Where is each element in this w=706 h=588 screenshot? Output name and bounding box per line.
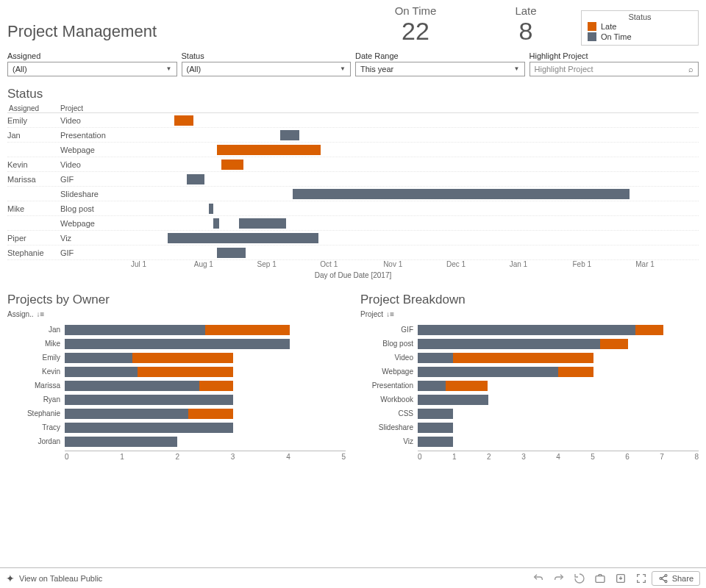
bar-segment[interactable] — [199, 381, 233, 391]
bar-segment[interactable] — [635, 325, 663, 335]
share-button[interactable]: Share — [652, 571, 700, 586]
gantt-bar[interactable] — [187, 174, 204, 184]
gantt-bar[interactable] — [217, 248, 245, 258]
bar-row[interactable]: Video — [360, 351, 699, 365]
gantt-row[interactable]: MarissaGIF — [7, 172, 699, 187]
bar-row[interactable]: Kevin — [7, 365, 346, 379]
bar-segment[interactable] — [418, 423, 453, 433]
bar-segment[interactable] — [65, 367, 138, 377]
download-button[interactable] — [615, 573, 627, 584]
fullscreen-button[interactable] — [635, 573, 647, 584]
bar-segment[interactable] — [418, 381, 446, 391]
bar-row[interactable]: Viz — [360, 434, 699, 448]
bar-segment[interactable] — [418, 325, 635, 335]
bar-segment[interactable] — [132, 353, 234, 363]
bar-segment[interactable] — [65, 409, 188, 419]
gantt-row[interactable]: Slideshare — [7, 187, 699, 201]
gantt-row[interactable]: Webpage — [7, 216, 699, 231]
bar-label: Viz — [360, 437, 418, 445]
bar-label: Blog post — [360, 340, 418, 348]
gantt-bar[interactable] — [174, 115, 193, 126]
filter-highlight[interactable]: Highlight Project⌕ — [530, 62, 699, 76]
gantt-bar-area — [131, 201, 699, 215]
filter-assigned[interactable]: (All)▼ — [7, 62, 177, 76]
bar-row[interactable]: Presentation — [360, 379, 699, 392]
gantt-row[interactable]: JanPresentation — [7, 128, 699, 143]
bar-track — [418, 367, 699, 377]
filter-date[interactable]: This year▼ — [355, 62, 525, 76]
kpi-late-value: 8 — [471, 17, 581, 46]
redo-button[interactable] — [553, 573, 565, 584]
bar-track — [65, 381, 346, 391]
bar-row[interactable]: GIF — [360, 323, 699, 337]
legend[interactable]: Status Late On Time — [581, 10, 699, 46]
gantt-project: Presentation — [60, 131, 131, 140]
filter-assigned-label: Assigned — [7, 51, 177, 60]
bar-segment[interactable] — [65, 437, 177, 447]
bar-segment[interactable] — [65, 423, 233, 433]
gantt-bar[interactable] — [221, 159, 243, 170]
bar-segment[interactable] — [418, 367, 558, 377]
legend-item-ontime[interactable]: On Time — [582, 32, 698, 42]
undo-button[interactable] — [532, 573, 544, 584]
bar-segment[interactable] — [65, 353, 132, 363]
gantt-tick: Mar 1 — [635, 260, 699, 268]
bar-row[interactable]: Emily — [7, 351, 346, 365]
gantt-row[interactable]: EmilyVideo — [7, 113, 699, 128]
bar-segment[interactable] — [138, 367, 233, 377]
bar-segment[interactable] — [65, 339, 290, 349]
bar-row[interactable]: Mike — [7, 337, 346, 351]
legend-item-late[interactable]: Late — [582, 21, 698, 32]
gantt-bar[interactable] — [280, 130, 299, 140]
gantt-row[interactable]: MikeBlog post — [7, 201, 699, 216]
bar-segment[interactable] — [418, 395, 488, 405]
bar-segment[interactable] — [418, 437, 453, 447]
project-breakdown[interactable]: Project Breakdown Project↓≡ GIFBlog post… — [360, 290, 699, 461]
bar-segment[interactable] — [446, 381, 488, 391]
bar-segment[interactable] — [600, 339, 628, 349]
bar-segment[interactable] — [65, 381, 199, 391]
projects-by-owner[interactable]: Projects by Owner Assign..↓≡ JanMikeEmil… — [7, 290, 346, 461]
bar-row[interactable]: CSS — [360, 406, 699, 420]
bar-row[interactable]: Webpage — [360, 365, 699, 379]
revert-button[interactable] — [574, 573, 585, 584]
gantt-bar[interactable] — [213, 218, 220, 229]
kpi-ontime-label: On Time — [360, 4, 471, 17]
bar-track — [418, 437, 699, 447]
bar-row[interactable]: Slideshare — [360, 420, 699, 434]
axis-tick: 5 — [591, 453, 595, 461]
view-on-tableau-public[interactable]: ✦ View on Tableau Public — [6, 573, 102, 584]
bar-segment[interactable] — [418, 339, 600, 349]
bar-segment[interactable] — [188, 409, 233, 419]
gantt-bar-area — [131, 231, 699, 245]
gantt-bar[interactable] — [168, 233, 318, 243]
bar-row[interactable]: Ryan — [7, 392, 346, 406]
bar-segment[interactable] — [205, 325, 290, 335]
gantt-row[interactable]: Webpage — [7, 143, 699, 157]
bar-segment[interactable] — [65, 395, 233, 405]
bar-row[interactable]: Workbook — [360, 392, 699, 406]
gantt-row[interactable]: KevinVideo — [7, 157, 699, 172]
screenshot-button[interactable] — [594, 573, 606, 584]
gantt-row[interactable]: StephanieGIF — [7, 245, 699, 260]
gantt-bar[interactable] — [209, 204, 213, 214]
bar-row[interactable]: Tracy — [7, 420, 346, 434]
bar-segment[interactable] — [453, 353, 593, 363]
bar-row[interactable]: Stephanie — [7, 406, 346, 420]
bar-label: Slideshare — [360, 423, 418, 431]
gantt-bar[interactable] — [217, 145, 321, 155]
bar-segment[interactable] — [558, 367, 593, 377]
bar-segment[interactable] — [418, 409, 453, 419]
filter-status[interactable]: (All)▼ — [182, 62, 352, 76]
gantt-bar[interactable] — [239, 218, 287, 229]
bar-row[interactable]: Blog post — [360, 337, 699, 351]
bar-row[interactable]: Jordan — [7, 434, 346, 448]
bar-row[interactable]: Jan — [7, 323, 346, 337]
bar-segment[interactable] — [65, 325, 205, 335]
gantt-row[interactable]: PiperViz — [7, 231, 699, 245]
bar-segment[interactable] — [418, 353, 453, 363]
gantt-bar[interactable] — [293, 189, 630, 199]
gantt-chart[interactable]: Assigned Project EmilyVideoJanPresentati… — [7, 104, 699, 279]
bar-row[interactable]: Marissa — [7, 379, 346, 392]
gantt-bar-area — [131, 172, 699, 186]
